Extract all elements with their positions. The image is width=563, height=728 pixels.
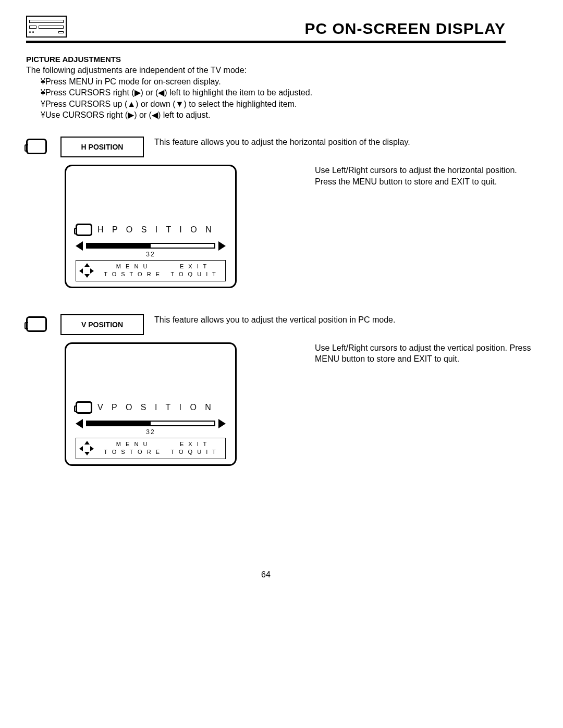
tv-icon [26,139,47,154]
intro-paragraph: The following adjustments are independen… [26,65,506,121]
page-number: 64 [26,570,506,579]
slider-track [86,243,215,249]
arrow-left-icon [76,419,83,428]
page-title: PC ON-SCREEN DISPLAY [304,20,506,38]
slider-value: 32 [76,251,226,258]
osd-footer: M E N U T O S T O R E E X I T T O Q U I … [76,438,226,459]
feature-block-h-position: H POSITION This feature allows you to ad… [26,137,506,288]
feature-label-box: V POSITION [60,314,144,335]
osd-footer: M E N U T O S T O R E E X I T T O Q U I … [76,260,226,281]
feature-label-box: H POSITION [60,137,144,157]
device-illustration-icon [26,16,67,38]
feature-block-v-position: V POSITION This feature allows you to ad… [26,314,506,466]
exit-instruction: E X I T T O Q U I T [170,263,217,279]
tv-icon [26,316,47,332]
feature-instruction: Use Left/Right cursors to adjust the ver… [315,342,534,365]
dpad-icon [79,441,94,455]
arrow-right-icon [218,419,226,428]
section-heading: PICTURE ADJUSTMENTS [26,55,506,64]
bullet-line: ¥Press MENU in PC mode for on-screen dis… [26,76,506,88]
bullet-line: ¥Press CURSORS up (▲) or down (▼) to sel… [26,98,506,110]
menu-instruction: M E N U T O S T O R E [104,263,161,279]
arrow-right-icon [218,241,226,251]
slider-control [76,241,226,251]
osd-screen: H P O S I T I O N 32 M E N U T O [65,165,237,288]
dpad-icon [79,263,94,278]
feature-instruction: Use Left/Right cursors to adjust the hor… [315,165,534,187]
slider-value: 32 [76,428,226,436]
tv-icon [76,401,92,414]
feature-description: This feature allows you to adjust the ho… [154,137,410,147]
osd-title: H P O S I T I O N [97,225,215,235]
tv-icon [76,224,92,236]
exit-instruction: E X I T T O Q U I T [170,440,217,456]
osd-title: V P O S I T I O N [97,403,214,412]
header-divider [26,41,506,43]
arrow-left-icon [76,241,83,251]
osd-screen: V P O S I T I O N 32 M E N U T O [65,342,237,466]
bullet-line: ¥Press CURSORS right (▶) or (◀) left to … [26,87,506,98]
feature-description: This feature allows you to adjust the ve… [154,314,395,325]
slider-control [76,419,226,428]
intro-line: The following adjustments are independen… [26,65,506,76]
bullet-line: ¥Use CURSORS right (▶) or (◀) left to ad… [26,109,506,121]
menu-instruction: M E N U T O S T O R E [104,440,161,456]
slider-track [86,421,215,426]
